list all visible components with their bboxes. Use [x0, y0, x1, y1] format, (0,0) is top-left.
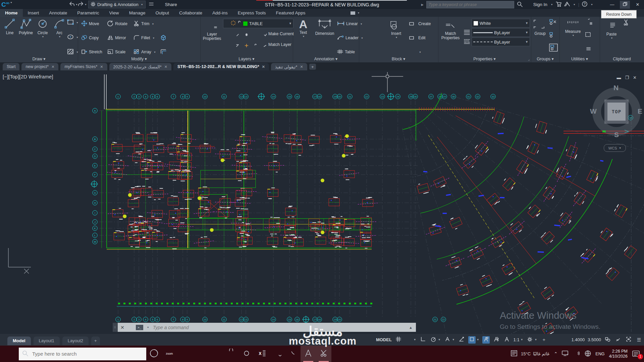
- file-tab-close-icon[interactable]: ✕: [100, 65, 103, 69]
- viewcube-east[interactable]: E: [638, 107, 642, 115]
- search-expand-icon[interactable]: ▶: [421, 3, 424, 6]
- share-button[interactable]: Share: [156, 1, 179, 8]
- trim-button[interactable]: Trim▼: [133, 20, 154, 27]
- file-tab-4[interactable]: STR--B5-31-12-202...R & NEW BUILDING*✕: [173, 63, 269, 70]
- new-drawing-tab-button[interactable]: +: [309, 64, 316, 70]
- mirror-button[interactable]: Mirror: [107, 34, 126, 42]
- properties-panel-title[interactable]: Properties ▾: [438, 56, 531, 61]
- ms-store-icon[interactable]: [223, 346, 239, 362]
- layer-stack-1-icon[interactable]: [550, 336, 558, 344]
- command-close-icon[interactable]: ✕: [120, 325, 124, 330]
- chrome-gmail-icon[interactable]: [270, 346, 285, 362]
- workspace-settings-button[interactable]: [147, 1, 156, 8]
- minimize-button[interactable]: —: [607, 1, 617, 9]
- paste-button[interactable]: Paste▼: [603, 18, 620, 39]
- file-tab-0[interactable]: Start: [3, 63, 19, 70]
- file-tab-close-icon[interactable]: ✕: [300, 65, 303, 69]
- match-layer-icon[interactable]: [259, 41, 267, 48]
- ungroup-button[interactable]: [549, 19, 557, 26]
- security-app-icon[interactable]: [208, 346, 223, 362]
- isolate-objects-button[interactable]: [604, 336, 611, 344]
- grid-display-toggle[interactable]: [395, 336, 402, 344]
- close-button[interactable]: ✕: [633, 1, 643, 9]
- network-tray-icon[interactable]: [585, 350, 591, 358]
- tray-expand-chevron[interactable]: ⌃: [554, 351, 557, 356]
- file-tab-close-icon[interactable]: ✕: [164, 65, 167, 69]
- command-history-toggle[interactable]: ▲: [409, 325, 413, 329]
- line-button[interactable]: Line: [1, 18, 18, 35]
- taskbar-search-input[interactable]: [32, 351, 107, 357]
- stretch-button[interactable]: Stretch: [81, 48, 102, 56]
- app-logo[interactable]: C 3D ▼: [1, 1, 12, 8]
- insert-button[interactable]: Insert▼: [388, 18, 405, 39]
- doc-close-button[interactable]: ✕: [633, 75, 637, 80]
- display-tray-icon[interactable]: [562, 350, 569, 357]
- layer-dropdown[interactable]: TABLE ▼: [223, 19, 293, 28]
- command-input[interactable]: [152, 324, 406, 330]
- circle-button[interactable]: Circle▼: [34, 18, 51, 38]
- cut-button[interactable]: [622, 19, 630, 26]
- rotate-button[interactable]: Rotate: [107, 20, 127, 27]
- ribbon-tab-collaborate[interactable]: Collaborate: [174, 9, 207, 17]
- object-color-dropdown[interactable]: White ▼: [472, 19, 530, 27]
- block-panel-title[interactable]: Block ▾: [359, 56, 438, 61]
- model-space-indicator[interactable]: MODEL: [376, 337, 392, 342]
- copy-clip-button[interactable]: [622, 33, 629, 40]
- zoom-app-icon[interactable]: zoom: [162, 346, 177, 362]
- search-icon[interactable]: [517, 1, 523, 8]
- layer-thaw-all-icon[interactable]: [241, 41, 249, 48]
- restore-button[interactable]: [620, 1, 630, 9]
- weather-widget[interactable]: 15°C غائم غالبًا: [511, 350, 549, 358]
- viewcube-south[interactable]: S: [614, 131, 619, 139]
- file-tab-close-icon[interactable]: ✕: [51, 65, 54, 69]
- layer-on-all-icon[interactable]: [223, 41, 230, 48]
- wcs-dropdown[interactable]: WCS▼: [604, 144, 626, 152]
- plot-button[interactable]: [60, 1, 69, 8]
- layer-lock-icon[interactable]: [250, 31, 258, 38]
- workspace-switcher[interactable]: Drafting & Annotation ▼: [88, 1, 146, 8]
- layer-stack-2-icon[interactable]: [561, 336, 568, 344]
- modify-panel-title[interactable]: Modify ▾: [78, 56, 200, 61]
- layout2-tab[interactable]: Layout2: [62, 337, 89, 345]
- object-snap-toggle[interactable]: [468, 336, 476, 344]
- graphics-performance-button[interactable]: [614, 336, 622, 344]
- customization-menu-button[interactable]: ☰: [635, 336, 643, 344]
- group-selection-toggle[interactable]: [549, 44, 558, 52]
- isometric-drafting-toggle[interactable]: [444, 336, 451, 344]
- start-button[interactable]: [0, 346, 19, 362]
- copy-button[interactable]: OCopy: [81, 34, 99, 42]
- save-button[interactable]: [33, 1, 42, 8]
- polyline-button[interactable]: Polyline: [17, 18, 34, 35]
- clean-screen-button[interactable]: [625, 336, 632, 344]
- make-current-button[interactable]: Make Current: [268, 32, 294, 36]
- layer-unisolate-icon[interactable]: [232, 41, 239, 48]
- help-icon[interactable]: ?: [582, 1, 587, 8]
- undo-button[interactable]: ▼: [69, 1, 78, 8]
- layers-panel-title[interactable]: Layers ▾: [200, 56, 293, 61]
- offset-button[interactable]: [160, 48, 166, 56]
- quick-calc-button[interactable]: [585, 44, 592, 52]
- annotation-scale-icon[interactable]: [503, 336, 511, 344]
- match-layer-button[interactable]: Match Layer: [268, 42, 291, 47]
- edge-app-icon[interactable]: [177, 346, 193, 362]
- file-tab-2[interactable]: myFrames Sizes*✕: [60, 63, 107, 70]
- drawing-canvas[interactable]: 1234567891011121314151617181920212223242…: [0, 70, 644, 334]
- annotation-visibility-toggle[interactable]: [482, 336, 490, 344]
- ribbon-tab-manage[interactable]: Manage: [124, 9, 151, 17]
- taskbar-clock[interactable]: 2:26 PM 4/10/2026: [609, 349, 628, 359]
- viewport-controls-label[interactable]: [−][Top][2D Wireframe]: [3, 74, 53, 79]
- ribbon-tab-view[interactable]: View: [104, 9, 124, 17]
- measure-button[interactable]: Measure▼: [564, 18, 582, 37]
- ribbon-tab-parametric[interactable]: Parametric: [72, 9, 104, 17]
- dimension-button[interactable]: Dimension: [314, 18, 336, 36]
- command-wrench-icon[interactable]: [127, 324, 133, 330]
- help-search-input[interactable]: [426, 1, 514, 8]
- autodesk-app-icon[interactable]: [564, 2, 570, 7]
- snipping-tool-icon[interactable]: [316, 346, 331, 362]
- scale-button[interactable]: Scale: [107, 48, 125, 56]
- viewcube-top-face[interactable]: TOP: [607, 103, 626, 121]
- file-tab-5[interactable]: تيفولى تنفيذ*✕: [271, 63, 307, 70]
- new-file-button[interactable]: [14, 1, 23, 8]
- lineweight-dropdown[interactable]: ByLayer ▼: [472, 28, 530, 37]
- ribbon-collapse-button[interactable]: ▼: [351, 9, 360, 17]
